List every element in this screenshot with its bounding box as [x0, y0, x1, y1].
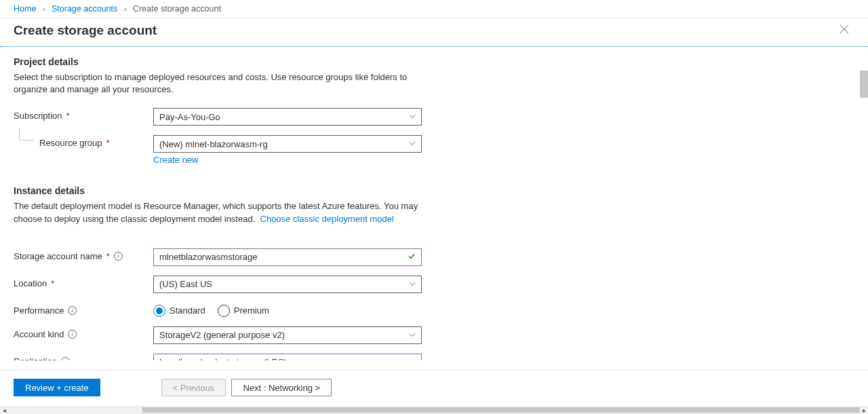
review-create-button[interactable]: Review + create	[14, 379, 100, 396]
horizontal-scrollbar[interactable]: ◂ ▸	[0, 406, 868, 414]
check-icon	[408, 252, 416, 262]
resource-group-label: Resource group*	[14, 135, 153, 148]
replication-label: Replication i	[14, 354, 153, 360]
close-button[interactable]	[834, 22, 854, 39]
info-icon[interactable]: i	[68, 330, 77, 339]
subscription-dropdown[interactable]: Pay-As-You-Go	[153, 108, 422, 126]
info-icon[interactable]: i	[68, 306, 77, 315]
scrollbar-thumb[interactable]	[142, 407, 860, 413]
chevron-down-icon	[409, 139, 416, 149]
resource-group-dropdown[interactable]: (New) mlnet-blazorwasm-rg	[153, 135, 422, 153]
classic-deployment-link[interactable]: Choose classic deployment model	[260, 214, 394, 224]
chevron-down-icon	[409, 330, 416, 340]
indent-connector-icon	[19, 128, 34, 140]
chevron-down-icon	[409, 112, 416, 122]
performance-label: Performance i	[14, 303, 153, 316]
replication-dropdown[interactable]: Locally-redundant storage (LRS)	[153, 354, 422, 360]
breadcrumb-storage-accounts[interactable]: Storage accounts	[52, 4, 117, 14]
footer: Review + create < Previous Next : Networ…	[0, 370, 868, 404]
breadcrumb-home[interactable]: Home	[14, 4, 36, 14]
form-body: Project details Select the subscription …	[0, 47, 868, 360]
storage-account-name-input[interactable]: mlnetblazorwasmstorage	[153, 248, 422, 266]
scroll-right-icon[interactable]: ▸	[860, 406, 868, 414]
create-new-link[interactable]: Create new	[153, 155, 198, 165]
storage-account-name-label: Storage account name* i	[14, 248, 153, 261]
vertical-scrollbar[interactable]	[860, 71, 868, 98]
chevron-right-icon: ›	[43, 5, 45, 13]
subscription-label: Subscription*	[14, 108, 153, 121]
info-icon[interactable]: i	[61, 357, 70, 360]
project-details-description: Select the subscription to manage deploy…	[14, 71, 434, 96]
breadcrumb: Home › Storage accounts › Create storage…	[0, 0, 868, 18]
previous-button: < Previous	[161, 379, 226, 396]
scroll-left-icon[interactable]: ◂	[0, 406, 8, 414]
instance-details-description: The default deployment model is Resource…	[14, 200, 434, 225]
next-button[interactable]: Next : Networking >	[231, 379, 332, 396]
performance-standard-radio[interactable]: Standard	[153, 305, 205, 317]
breadcrumb-current: Create storage account	[133, 4, 221, 14]
location-label: Location*	[14, 276, 153, 288]
chevron-right-icon: ›	[124, 5, 127, 13]
chevron-down-icon	[409, 357, 416, 360]
chevron-down-icon	[409, 279, 416, 289]
page-title: Create storage account	[14, 23, 157, 38]
account-kind-label: Account kind i	[14, 326, 153, 339]
location-dropdown[interactable]: (US) East US	[153, 276, 422, 293]
account-kind-dropdown[interactable]: StorageV2 (general purpose v2)	[153, 326, 422, 344]
close-icon	[840, 24, 849, 34]
info-icon[interactable]: i	[114, 252, 123, 261]
instance-details-heading: Instance details	[14, 185, 854, 196]
performance-premium-radio[interactable]: Premium	[218, 305, 269, 317]
project-details-heading: Project details	[14, 56, 854, 67]
